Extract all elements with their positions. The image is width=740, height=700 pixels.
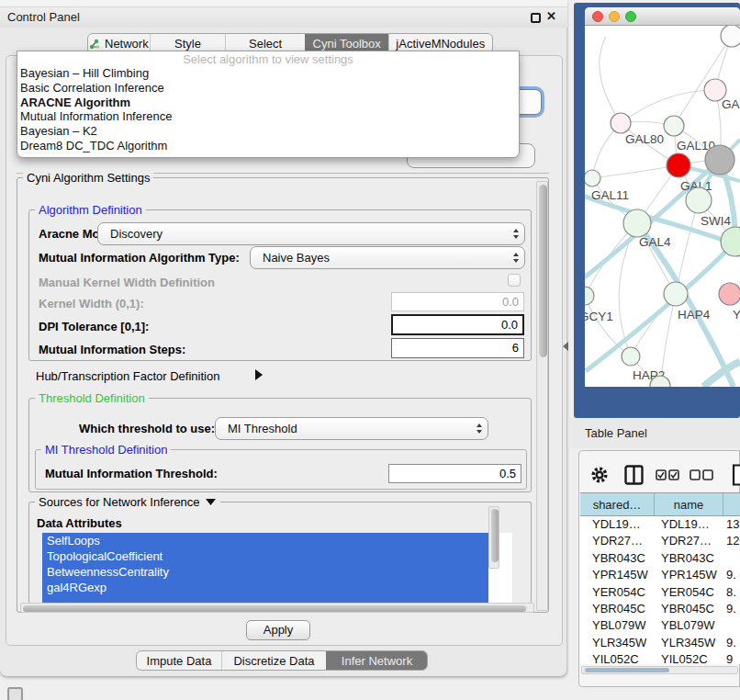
network-node[interactable]	[686, 187, 712, 213]
table-cell: YBR045C	[655, 601, 723, 617]
table-cell: YLR345W	[580, 635, 655, 651]
gear-icon[interactable]	[591, 467, 608, 483]
table-horizontal-scrollbar[interactable]	[581, 666, 738, 674]
settings-hscrollbar-thumb[interactable]	[23, 605, 526, 612]
table-row[interactable]: YER054CYER054C8.	[580, 584, 740, 601]
tab-label: Impute Data	[147, 654, 212, 668]
algorithm-definition-title: Algorithm Definition	[35, 203, 146, 217]
tab-label: jActiveMNodules	[396, 37, 485, 51]
column-header-partial[interactable]: A	[723, 493, 740, 515]
table-panel-title: Table Panel	[585, 426, 647, 440]
dpi-tolerance-field[interactable]: 0.0	[391, 314, 524, 335]
expand-right-arrow-icon[interactable]	[254, 368, 263, 381]
table-cell: YBL079W	[580, 617, 655, 634]
apply-button[interactable]: Apply	[246, 620, 310, 640]
file-icon[interactable]	[732, 464, 740, 486]
hub-definition-label[interactable]: Hub/Transcription Factor Definition	[36, 369, 219, 383]
deselect-all-checkboxes-icon[interactable]	[690, 469, 713, 480]
table-row[interactable]: YDR27…YDR27…12	[580, 533, 740, 549]
table-cell: YLR345W	[655, 635, 723, 651]
split-columns-icon[interactable]	[624, 465, 644, 485]
table-row[interactable]: YBR045CYBR045C9.	[580, 601, 740, 617]
mi-steps-field[interactable]: 6	[391, 338, 524, 358]
settings-scrollbar-thumb[interactable]	[539, 185, 547, 357]
table-row[interactable]: YLR345WYLR345W9.	[580, 635, 740, 651]
mac-minimize-button[interactable]	[609, 11, 620, 22]
top-strip	[0, 0, 567, 7]
tab-impute-data[interactable]: Impute Data	[137, 651, 221, 670]
algorithm-option[interactable]: Mutual Information Inference	[17, 109, 519, 124]
tab-label: Select	[249, 37, 282, 51]
minimized-panel-icon[interactable]	[7, 687, 23, 700]
mi-threshold-field[interactable]: 0.5	[388, 464, 521, 483]
settings-horizontal-scrollbar[interactable]	[20, 603, 534, 613]
table-row[interactable]: YPR145WYPR145W9.	[580, 567, 740, 583]
which-threshold-combo[interactable]: MI Threshold	[215, 417, 488, 440]
network-node[interactable]	[623, 209, 651, 237]
mi-threshold-group: MI Threshold Definition Mutual Informati…	[35, 449, 527, 490]
attribute-list-item[interactable]: BetweennessCentrality	[42, 564, 488, 580]
settings-group-title: Cyni Algorithm Settings	[23, 171, 153, 185]
network-node[interactable]	[719, 283, 740, 305]
attribute-list-item[interactable]: TopologicalCoefficient	[42, 548, 488, 564]
algorithm-option[interactable]: Dream8 DC_TDC Algorithm	[17, 139, 519, 153]
select-all-checkboxes-icon[interactable]	[656, 469, 679, 480]
algorithm-option[interactable]: Basic Correlation Inference	[17, 81, 519, 96]
column-header-shared-name[interactable]: shared…	[580, 493, 655, 515]
tab-label: Infer Network	[342, 654, 412, 668]
tab-discretize-data[interactable]: Discretize Data	[221, 651, 326, 670]
algorithm-option[interactable]: Bayesian – K2	[17, 124, 519, 139]
attributes-list-scrollbar[interactable]	[488, 506, 499, 569]
algorithm-option[interactable]: ARACNE Algorithm	[17, 96, 519, 110]
table-row[interactable]: YIL052CYIL052C9	[580, 651, 740, 664]
manual-kernel-checkbox[interactable]	[508, 274, 521, 287]
float-window-icon[interactable]	[531, 13, 541, 23]
sources-group-title-row[interactable]: Sources for Network Inference	[35, 495, 220, 509]
tab-infer-network[interactable]: Infer Network	[326, 651, 427, 670]
table-cell: YPR145W	[580, 567, 655, 583]
network-node[interactable]	[705, 145, 734, 175]
kernel-width-field[interactable]: 0.0	[391, 292, 524, 311]
control-panel-titlebar: Control Panel ✕	[0, 7, 567, 28]
cyni-bottom-tab-bar: Impute Data Discretize Data Infer Networ…	[136, 650, 428, 671]
network-canvas[interactable]: GAL8GAL80GAL10GAL1GAL11GAL4SWI4GCY1HAP4Y…	[585, 26, 740, 387]
network-node[interactable]	[664, 116, 684, 136]
network-node[interactable]	[721, 26, 740, 47]
network-node-label: GAL8	[722, 97, 740, 111]
table-row[interactable]: YDL19…YDL19…13	[580, 516, 740, 533]
column-header-name[interactable]: name	[655, 493, 723, 515]
mac-zoom-button[interactable]	[625, 11, 636, 22]
close-icon[interactable]: ✕	[546, 9, 556, 23]
table-cell: YDR27…	[655, 533, 723, 549]
attributes-scrollbar-thumb[interactable]	[491, 509, 499, 562]
dropdown-placeholder: Select algorithm to view settings	[17, 52, 519, 66]
network-node[interactable]	[585, 287, 594, 305]
threshold-definition-title: Threshold Definition	[35, 391, 149, 405]
algorithm-option[interactable]: Bayesian – Hill Climbing	[17, 66, 519, 81]
table-cell	[723, 617, 740, 634]
table-cell: 9.	[723, 567, 740, 583]
split-pane-handle-icon[interactable]	[562, 341, 569, 352]
aracne-mode-combo[interactable]: Discovery	[97, 222, 525, 245]
table-body: YDL19…YDL19…13YDR27…YDR27…12YBR043CYBR04…	[580, 516, 740, 664]
mi-type-combo[interactable]: Naive Bayes	[250, 246, 525, 269]
attribute-list-item[interactable]: gal4RGexp	[42, 580, 488, 595]
network-node[interactable]	[585, 170, 600, 186]
aracne-mode-value: Discovery	[98, 227, 508, 241]
mac-close-button[interactable]	[592, 11, 603, 22]
settings-vertical-scrollbar[interactable]	[536, 181, 548, 611]
mi-type-value: Naive Bayes	[251, 251, 508, 265]
network-node[interactable]	[622, 347, 640, 366]
data-attributes-list[interactable]: SelfLoopsTopologicalCoefficientBetweenne…	[42, 533, 512, 604]
table-row[interactable]: YBR043CYBR043C	[580, 550, 740, 567]
network-node[interactable]	[611, 113, 631, 133]
network-node[interactable]	[664, 282, 688, 306]
attribute-list-item[interactable]: SelfLoops	[42, 533, 488, 548]
network-node[interactable]	[667, 153, 690, 177]
which-threshold-value: MI Threshold	[216, 422, 471, 435]
table-hscrollbar-thumb[interactable]	[585, 668, 669, 672]
algorithm-option-list: Bayesian – Hill ClimbingBasic Correlatio…	[17, 66, 519, 153]
network-node-label: GAL4	[639, 235, 671, 249]
combo-arrows-icon	[508, 229, 524, 239]
table-row[interactable]: YBL079WYBL079W	[580, 617, 740, 634]
